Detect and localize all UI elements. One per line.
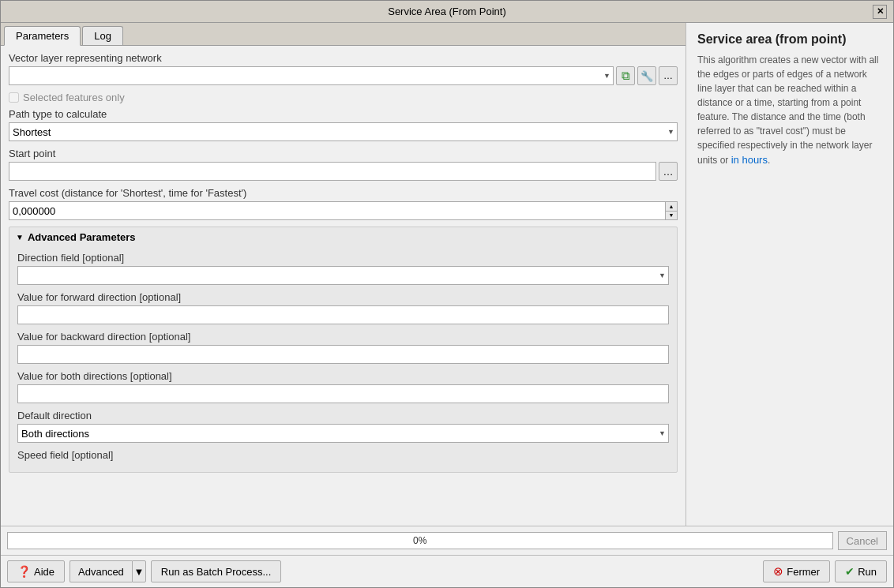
help-title: Service area (from point) [697, 32, 882, 47]
left-panel: Parameters Log Vector layer representing… [1, 23, 686, 526]
path-type-select[interactable]: Shortest Fastest [9, 122, 678, 141]
window-title: Service Area (From Point) [21, 6, 873, 17]
direction-field-label: Direction field [optional] [17, 252, 669, 264]
direction-field-group: Direction field [optional] [17, 252, 669, 285]
vector-layer-row: ⧉ 🔧 … [9, 66, 678, 85]
travel-cost-input[interactable]: 0,000000 [9, 201, 665, 220]
start-point-row: … [9, 162, 678, 181]
start-point-more-button[interactable]: … [659, 162, 678, 181]
selected-features-row: Selected features only [9, 92, 678, 103]
run-check-icon: ✔ [845, 565, 855, 578]
cancel-button[interactable]: Cancel [838, 531, 887, 550]
vector-layer-select[interactable] [9, 66, 614, 85]
advanced-dropdown: Advanced ▼ [69, 560, 146, 582]
batch-process-button[interactable]: Run as Batch Process... [151, 560, 281, 582]
help-body: This algorithm creates a new vector with… [697, 53, 882, 168]
advanced-header[interactable]: ▼ Advanced Parameters [9, 227, 677, 247]
forward-direction-group: Value for forward direction [optional] [17, 291, 669, 324]
ellipsis-icon-2: … [663, 166, 674, 178]
help-icon: ❓ [17, 565, 31, 578]
both-directions-group: Value for both directions [optional] [17, 370, 669, 403]
run-button[interactable]: ✔ Run [835, 560, 887, 582]
help-link: in hours [731, 154, 768, 166]
both-directions-input[interactable] [17, 384, 669, 403]
aide-label: Aide [34, 566, 54, 578]
fermer-label: Fermer [787, 566, 820, 578]
backward-direction-group: Value for backward direction [optional] [17, 331, 669, 364]
start-point-group: Start point … [9, 148, 678, 181]
spinbox-buttons: ▲ ▼ [665, 201, 678, 220]
default-direction-group: Default direction Both directions Forwar… [17, 410, 669, 443]
speed-field-group: Speed field [optional] [17, 449, 669, 461]
advanced-arrow-button[interactable]: ▼ [132, 560, 146, 582]
more-options-button[interactable]: … [659, 66, 678, 85]
direction-field-select[interactable] [17, 266, 669, 285]
selected-features-checkbox[interactable] [9, 92, 19, 103]
path-type-label: Path type to calculate [9, 108, 678, 120]
advanced-parameters-section: ▼ Advanced Parameters Direction field [o… [9, 227, 678, 473]
aide-button[interactable]: ❓ Aide [7, 560, 65, 582]
selected-features-label: Selected features only [23, 92, 125, 103]
travel-cost-group: Travel cost (distance for 'Shortest', ti… [9, 187, 678, 220]
tab-parameters[interactable]: Parameters [4, 26, 81, 46]
advanced-body: Direction field [optional] Value for for… [9, 247, 677, 472]
wrench-icon: 🔧 [640, 70, 653, 82]
vector-layer-label: Vector layer representing network [9, 52, 678, 64]
bottom-bar: ❓ Aide Advanced ▼ Run as Batch Process..… [1, 555, 893, 587]
help-panel: Service area (from point) This algorithm… [686, 23, 893, 526]
speed-field-label: Speed field [optional] [17, 449, 669, 461]
title-bar: Service Area (From Point) ✕ [1, 1, 893, 23]
close-icon-red: ⊗ [773, 564, 783, 579]
settings-button[interactable]: 🔧 [637, 66, 656, 85]
run-label: Run [858, 566, 877, 578]
path-type-group: Path type to calculate Shortest Fastest [9, 108, 678, 141]
travel-cost-label: Travel cost (distance for 'Shortest', ti… [9, 187, 678, 199]
progress-area: 0% Cancel [1, 526, 893, 555]
progress-label: 0% [413, 535, 426, 546]
backward-direction-input[interactable] [17, 345, 669, 364]
default-direction-select[interactable]: Both directions Forward direction Backwa… [17, 424, 669, 443]
fermer-button[interactable]: ⊗ Fermer [763, 560, 830, 582]
advanced-button[interactable]: Advanced [69, 560, 132, 582]
default-direction-wrapper: Both directions Forward direction Backwa… [17, 424, 669, 443]
start-point-input[interactable] [9, 162, 656, 181]
tab-log[interactable]: Log [82, 26, 123, 45]
path-type-wrapper: Shortest Fastest [9, 122, 678, 141]
collapse-triangle-icon: ▼ [16, 233, 24, 242]
progress-bar-container: 0% [7, 532, 833, 549]
spinbox-up-button[interactable]: ▲ [666, 202, 677, 212]
batch-label: Run as Batch Process... [161, 566, 271, 578]
copy-icon: ⧉ [622, 69, 630, 83]
main-content: Parameters Log Vector layer representing… [1, 23, 893, 526]
forward-direction-label: Value for forward direction [optional] [17, 291, 669, 303]
tab-bar: Parameters Log [1, 23, 686, 46]
travel-cost-spinbox: 0,000000 ▲ ▼ [9, 201, 678, 220]
both-directions-label: Value for both directions [optional] [17, 370, 669, 382]
backward-direction-label: Value for backward direction [optional] [17, 331, 669, 343]
start-point-label: Start point [9, 148, 678, 159]
spinbox-down-button[interactable]: ▼ [666, 212, 677, 220]
main-window: Service Area (From Point) ✕ Parameters L… [0, 0, 894, 588]
ellipsis-icon: … [663, 70, 673, 81]
dropdown-arrow-icon: ▼ [133, 566, 144, 578]
default-direction-label: Default direction [17, 410, 669, 421]
copy-layer-button[interactable]: ⧉ [616, 66, 635, 85]
direction-field-wrapper [17, 266, 669, 285]
vector-layer-group: Vector layer representing network ⧉ 🔧 [9, 52, 678, 85]
advanced-section-label: Advanced Parameters [28, 231, 136, 243]
travel-cost-row: 0,000000 ▲ ▼ [9, 201, 678, 220]
form-scroll-area: Vector layer representing network ⧉ 🔧 [1, 46, 686, 526]
forward-direction-input[interactable] [17, 305, 669, 324]
close-window-button[interactable]: ✕ [873, 5, 887, 19]
